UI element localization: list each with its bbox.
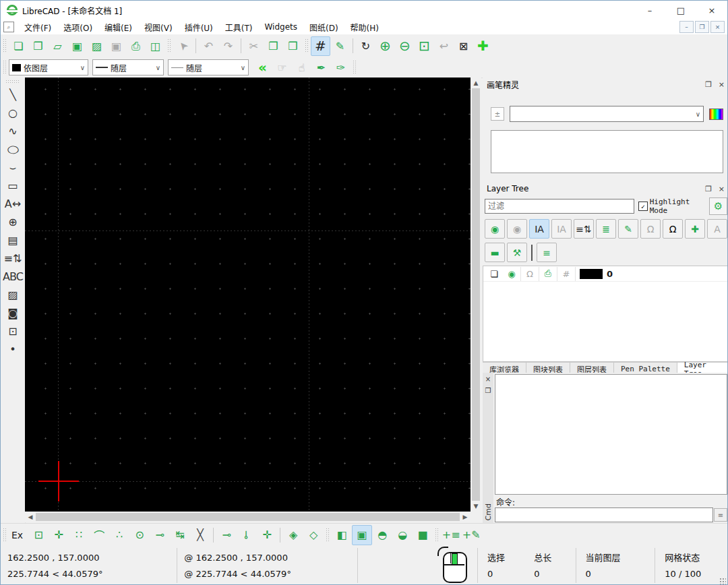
circle-tool-button[interactable]: ○ <box>3 104 23 122</box>
close-button[interactable]: × <box>696 1 727 20</box>
set-relative-zero-button[interactable]: ◇ <box>303 525 324 545</box>
float-panel-icon[interactable]: ❐ <box>705 80 712 89</box>
hide-all-layers-button[interactable]: ◉ <box>507 219 527 239</box>
unlock-all-button[interactable]: Ω <box>640 219 661 239</box>
print-preview-button[interactable]: ◫ <box>146 36 165 56</box>
snap-intersection-button[interactable]: ╳ <box>190 525 210 545</box>
layer-list[interactable]: ❏ ◉ Ω ⎙ # 0 <box>483 266 728 362</box>
new-from-template-button[interactable]: ❐ <box>28 36 48 56</box>
menu-options[interactable]: 选项(O) <box>57 20 98 34</box>
select-tool-button[interactable]: ▭ <box>3 177 23 195</box>
pen-edit-button[interactable]: ✎ <box>618 219 638 239</box>
toolbar-handle[interactable] <box>3 528 7 543</box>
toolbar-handle[interactable] <box>3 60 7 75</box>
color-select[interactable]: 依图层 ∨ <box>9 59 88 75</box>
vertical-scrollbar[interactable]: ▲ ▼ <box>471 78 481 512</box>
layer-filter-input[interactable] <box>485 199 634 214</box>
maximize-button[interactable]: □ <box>665 1 696 20</box>
layer-name[interactable]: 0 <box>607 269 613 279</box>
restrict-horizontal-button[interactable]: ⊸ <box>216 525 237 545</box>
pen-wizard-list[interactable] <box>491 130 723 173</box>
pick-pen-button[interactable]: ☞ <box>272 58 292 78</box>
mdi-close-button[interactable]: × <box>710 21 725 33</box>
menu-widgets[interactable]: Widgets <box>258 20 303 34</box>
add-command-widget-button[interactable]: +≡ <box>441 525 461 545</box>
copy-pen-button[interactable]: ✑ <box>331 58 351 78</box>
scrollbar-thumb[interactable] <box>472 88 480 501</box>
menu-edit[interactable]: 编辑(E) <box>98 20 138 34</box>
command-history[interactable] <box>495 374 727 495</box>
print-button[interactable]: ⎙ <box>126 36 146 56</box>
paste-button[interactable]: ❒ <box>283 36 303 56</box>
select-pointer-button[interactable]: ➤ <box>173 36 193 56</box>
mdi-minimize-button[interactable]: – <box>679 21 694 33</box>
drawing-canvas[interactable] <box>25 78 471 512</box>
close-panel-icon[interactable]: × <box>719 80 725 89</box>
menu-plugins[interactable]: 插件(U) <box>179 20 219 34</box>
dock-bottom-button[interactable]: ◒ <box>392 525 413 545</box>
ellipse-tool-button[interactable]: ◯ <box>3 140 23 158</box>
save-button[interactable]: ▣ <box>67 36 87 56</box>
save-all-button[interactable]: ▣ <box>107 36 126 56</box>
order-tool-button[interactable]: ≡⇅ <box>3 249 23 268</box>
measure-tool-button[interactable]: ▤ <box>3 231 23 249</box>
layer-list-button[interactable]: ≡ <box>537 243 557 262</box>
dock-left-button[interactable]: ◧ <box>332 525 352 545</box>
copy-button[interactable]: ❐ <box>264 36 283 56</box>
command-options-button[interactable]: ≡ <box>714 508 727 522</box>
restrict-ortho-button[interactable]: ✛ <box>257 525 277 545</box>
toolbar-handle[interactable] <box>5 80 20 84</box>
layer-frame-icon[interactable]: ❏ <box>485 267 503 281</box>
open-file-button[interactable]: ▱ <box>48 36 67 56</box>
snap-distance-button[interactable]: ↹ <box>170 525 190 545</box>
resize-grip[interactable] <box>719 578 726 584</box>
snap-middle-button[interactable]: ⊸ <box>150 525 170 545</box>
layer-visibility-icon[interactable]: ◉ <box>503 267 521 281</box>
show-all-layers-button[interactable]: ◉ <box>485 219 505 239</box>
dimension-tool-button[interactable]: A↔ <box>3 195 23 213</box>
toolbar-handle[interactable] <box>326 528 330 543</box>
toolbar-handle[interactable] <box>3 38 7 53</box>
toolbar-handle[interactable] <box>353 60 357 75</box>
lock-all-button[interactable]: Ω <box>663 219 683 239</box>
undo-button[interactable]: ↶ <box>199 36 218 56</box>
toolbar-handle[interactable] <box>305 38 309 53</box>
scroll-down-icon[interactable]: ▼ <box>471 501 481 512</box>
text-tool-button[interactable]: ABC <box>3 268 23 286</box>
layer-lock-icon[interactable]: Ω <box>521 267 539 281</box>
layer-construction-icon[interactable]: # <box>557 267 576 281</box>
top-layers-button[interactable]: ≣ <box>596 219 616 239</box>
highlight-mode-checkbox[interactable]: ✓ Highlight Mode <box>638 197 709 215</box>
dock-top-button[interactable]: ◓ <box>372 525 392 545</box>
scrollbar-thumb[interactable] <box>36 513 460 521</box>
layer-settings-button[interactable]: ⚙ <box>709 197 727 215</box>
dock-float-button[interactable]: ■ <box>413 525 433 545</box>
snap-free-button[interactable]: ⊡ <box>28 525 49 545</box>
toolbar-handle[interactable] <box>167 38 171 53</box>
mdi-restore-button[interactable]: ❐ <box>695 21 709 33</box>
block-tool-button[interactable]: ⊡ <box>3 322 23 340</box>
scroll-up-icon[interactable]: ▲ <box>471 78 481 88</box>
pen-wizard-combo[interactable]: ∨ <box>510 106 704 122</box>
pan-button[interactable]: ✚ <box>473 36 493 56</box>
color-wheel-button[interactable] <box>709 109 723 120</box>
close-panel-icon[interactable]: × <box>485 375 491 383</box>
back-button[interactable]: « <box>253 58 272 78</box>
snap-endpoint-button[interactable]: ⌒ <box>89 525 109 545</box>
label-on-button[interactable]: IA <box>529 219 549 239</box>
restrict-vertical-button[interactable]: ⊸ <box>237 525 257 545</box>
add-layer-button[interactable]: ✚ <box>685 219 705 239</box>
apply-pen-button[interactable]: ✒ <box>311 58 331 78</box>
snap-entity-button[interactable]: ∴ <box>109 525 129 545</box>
horizontal-scrollbar[interactable]: ◀ ▶ <box>25 512 471 522</box>
polyline-tool-button[interactable]: ⌣ <box>3 158 23 177</box>
scroll-left-icon[interactable]: ◀ <box>25 512 36 522</box>
cut-button[interactable]: ✂ <box>244 36 264 56</box>
linetype-select[interactable]: 随层 ∨ <box>92 59 164 75</box>
zoom-out-button[interactable]: ⊖ <box>395 36 415 56</box>
layer-tools-button[interactable]: ⚒ <box>507 243 527 262</box>
zoom-auto-button[interactable]: ⊡ <box>415 36 434 56</box>
new-document-button[interactable]: ❏ <box>9 36 28 56</box>
command-input[interactable] <box>495 507 713 522</box>
draft-mode-button[interactable]: ✎ <box>330 36 350 56</box>
